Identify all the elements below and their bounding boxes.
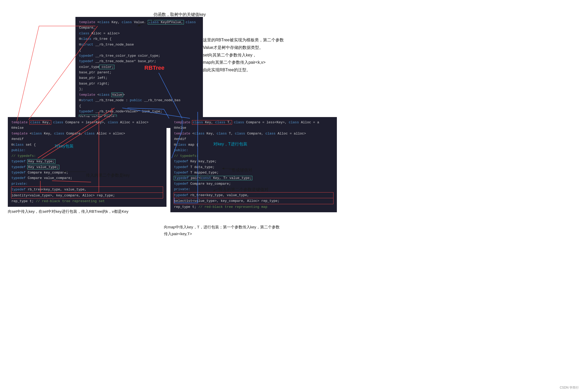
right-kv-label: 对key，T进行包装 <box>213 140 247 147</box>
left-key-label2: 传入的第二个参数是key <box>86 172 130 179</box>
left-key-label: 对key包装 <box>55 143 74 150</box>
top-annotation: 仿函数，取树中的关键值key <box>153 11 206 18</box>
right-kv-label2: 形成键值对 <box>232 166 252 173</box>
rbtree-label: RBTree <box>144 65 164 71</box>
watermark: CSDN 学而行 <box>560 385 579 390</box>
right-code-block: template class Key, class T, class Compa… <box>170 117 337 212</box>
top-code-block: template <class Key, class Value, class … <box>75 17 203 128</box>
left-bottom-annotation: 向set中传入key，在set中对key进行包装，传入RBTree的k，v都是K… <box>8 208 129 215</box>
right-annotation: 这里的RBTree被实现为模板类，第二个参数 Value才是树中存储的数据类型。… <box>203 36 284 74</box>
right-bottom-annotation: 向map中传入key，T，进行包装；第一个参数传入key，第二个参数 传入pai… <box>164 224 280 237</box>
right-kv-label3: 传入的第二个参数是键值对 <box>219 186 268 193</box>
left-code-block: template class Key, class Compare = less… <box>8 117 166 207</box>
